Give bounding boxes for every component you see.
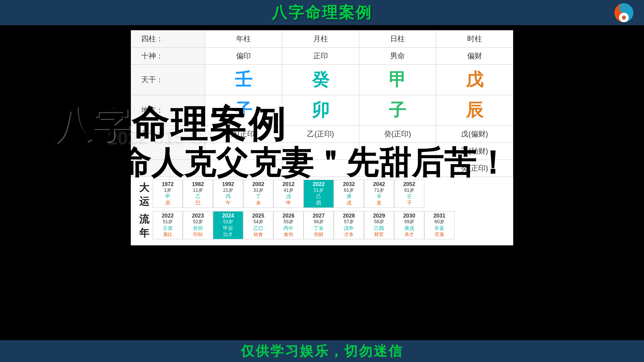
canggan3-label [131, 160, 205, 177]
dayun-cell: 2012 41岁 戊 申 [273, 180, 304, 208]
dayun-grid: 1972 1岁 甲 辰 1982 11岁 乙 巳 1992 21岁 丙 午 20… [153, 180, 424, 208]
liunian-cell: 2027 56岁 丁未 伤财 [304, 211, 334, 239]
sizhu-shi: 时柱 [436, 31, 513, 48]
canggan2-label [131, 143, 205, 160]
liunian-cell: 2022 51岁 壬寅 枭比 [153, 211, 183, 239]
svg-point-3 [623, 7, 625, 9]
dayun-cell: 2042 71岁 辛 亥 [364, 180, 394, 208]
shen-nian: 偏印 [205, 48, 282, 65]
canggan2-yue [282, 143, 359, 160]
dizhi-row: 地支： 子 卯 子 辰 [131, 95, 513, 126]
canggan2-ri [359, 143, 436, 160]
top-title: 八字命理案例 [272, 2, 372, 23]
canggan2-row: 乙(劫财) [131, 143, 513, 160]
canggan-shi: 戊(偏财) [436, 126, 513, 143]
dizhi-yue: 卯 [282, 95, 359, 126]
main-content: 四柱： 年柱 月柱 日柱 时柱 十神： 偏印 正印 男命 偏财 天干： 壬 癸 … [0, 25, 644, 337]
dayun-cell: 2032 61岁 庚 戌 [334, 180, 364, 208]
dizhi-ri: 子 [359, 95, 436, 126]
canggan3-row: 癸(正印) [131, 160, 513, 177]
dizhi-nian: 子 [205, 95, 282, 126]
sizhu-label: 四柱： [131, 31, 205, 48]
tiangan-label: 天干： [131, 65, 205, 95]
liunian-cell: 2025 54岁 乙巳 劫食 [243, 211, 273, 239]
yinyang-logo [614, 3, 634, 23]
sections-wrapper: 大 运 1972 1岁 甲 辰 1982 11岁 乙 巳 1992 21岁 丙 … [131, 177, 513, 245]
canggan-yue: 乙(正印) [282, 126, 359, 143]
bazi-table: 四柱： 年柱 月柱 日柱 时柱 十神： 偏印 正印 男命 偏财 天干： 壬 癸 … [131, 30, 513, 177]
sizhu-ri: 日柱 [359, 31, 436, 48]
canggan2-nian [205, 143, 282, 160]
liunian-cell: 2024 53岁 甲辰 比才 [213, 211, 243, 239]
dizhi-label: 地支： [131, 95, 205, 126]
dayun-cell: 1982 11岁 乙 巳 [183, 180, 213, 208]
liunian-label: 流 年 [136, 211, 153, 241]
dayun-cell: 1992 21岁 丙 午 [213, 180, 243, 208]
liunian-cell: 2023 52岁 癸卯 印劫 [183, 211, 213, 239]
dayun-cell: 2052 81岁 壬 子 [394, 180, 424, 208]
tiangan-row: 天干： 壬 癸 甲 戊 [131, 65, 513, 95]
liunian-cell: 2030 59岁 庚戌 杀才 [394, 211, 424, 239]
liunian-cell: 2031 60岁 辛亥 官枭 [424, 211, 454, 239]
liunian-cell: 2028 57岁 戊申 才杀 [334, 211, 364, 239]
canggan2-shi: 乙(劫财) [436, 143, 513, 160]
shen-yue: 正印 [282, 48, 359, 65]
sizhu-yue: 月柱 [282, 31, 359, 48]
canggan3-ri [359, 160, 436, 177]
tiangan-nian: 壬 [205, 65, 282, 95]
liunian-grid: 2022 51岁 壬寅 枭比 2023 52岁 癸卯 印劫 2024 53岁 甲… [153, 211, 454, 239]
sizhu-row: 四柱： 年柱 月柱 日柱 时柱 [131, 31, 513, 48]
canggan-label: 藏干： [131, 126, 205, 143]
dayun-row: 大 运 1972 1岁 甲 辰 1982 11岁 乙 巳 1992 21岁 丙 … [136, 180, 508, 210]
liunian-cell: 2026 55岁 丙午 食伤 [273, 211, 304, 239]
dayun-cell: 2002 31岁 丁 未 [243, 180, 273, 208]
dayun-cell: 2022 51岁 己 酉 [304, 180, 334, 208]
canggan3-nian [205, 160, 282, 177]
liunian-cell: 2029 58岁 己酉 财官 [364, 211, 394, 239]
canggan-nian: 癸(正印) [205, 126, 282, 143]
svg-point-4 [623, 17, 625, 18]
tiangan-yue: 癸 [282, 65, 359, 95]
top-bar: 八字命理案例 [0, 0, 644, 25]
dayun-label: 大 运 [136, 180, 153, 210]
canggan-row: 藏干： 癸(正印) 乙(正印) 癸(正印) 戊(偏财) [131, 126, 513, 143]
bottom-bar: 仅供学习娱乐，切勿迷信 [0, 340, 644, 362]
liunian-row: 流 年 2022 51岁 壬寅 枭比 2023 52岁 癸卯 印劫 2024 5… [136, 211, 508, 241]
tiangan-shi: 戊 [436, 65, 513, 95]
canggan-ri: 癸(正印) [359, 126, 436, 143]
sizhu-nian: 年柱 [205, 31, 282, 48]
bottom-text: 仅供学习娱乐，切勿迷信 [241, 342, 403, 360]
shen-row: 十神： 偏印 正印 男命 偏财 [131, 48, 513, 65]
shen-shi: 偏财 [436, 48, 513, 65]
tiangan-ri: 甲 [359, 65, 436, 95]
bazi-card: 四柱： 年柱 月柱 日柱 时柱 十神： 偏印 正印 男命 偏财 天干： 壬 癸 … [131, 30, 513, 245]
shen-label: 十神： [131, 48, 205, 65]
canggan3-yue [282, 160, 359, 177]
dizhi-shi: 辰 [436, 95, 513, 126]
dayun-cell: 1972 1岁 甲 辰 [153, 180, 183, 208]
canggan3-shi: 癸(正印) [436, 160, 513, 177]
shen-ri: 男命 [359, 48, 436, 65]
